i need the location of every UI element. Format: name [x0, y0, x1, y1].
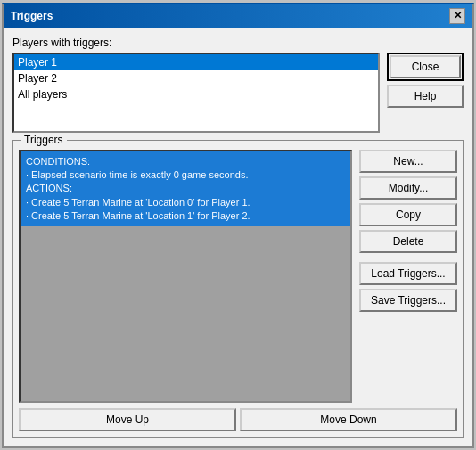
triggers-section: Triggers CONDITIONS: · Elapsed scenario … — [12, 140, 464, 438]
dialog-title: Triggers — [11, 10, 53, 22]
title-bar: Triggers ✕ — [4, 4, 472, 28]
triggers-buttons: New... Modify... Copy Delete Load Trigge… — [359, 150, 457, 403]
action-line-1: · Create 5 Terran Marine at 'Location 0'… — [26, 196, 345, 209]
close-button-outer: Close — [387, 53, 464, 81]
help-button[interactable]: Help — [387, 85, 464, 108]
players-list[interactable]: Player 1 Player 2 All players — [12, 53, 380, 133]
action-line-2: · Create 5 Terran Marine at 'Location 1'… — [26, 209, 345, 223]
list-item[interactable]: Player 2 — [14, 70, 378, 86]
move-buttons-row: Move Up Move Down — [19, 408, 457, 431]
conditions-label: CONDITIONS: — [26, 155, 345, 168]
players-row: Player 1 Player 2 All players Close Help — [12, 53, 464, 133]
condition-line: · Elapsed scenario time is exactly 0 gam… — [26, 168, 345, 182]
triggers-legend: Triggers — [21, 134, 67, 146]
dialog-content: Players with triggers: Player 1 Player 2… — [4, 28, 472, 446]
move-up-button[interactable]: Move Up — [19, 408, 236, 431]
trigger-item[interactable]: CONDITIONS: · Elapsed scenario time is e… — [21, 151, 350, 227]
copy-button[interactable]: Copy — [359, 203, 457, 226]
triggers-inner: CONDITIONS: · Elapsed scenario time is e… — [19, 150, 457, 403]
players-buttons: Close Help — [387, 53, 464, 108]
new-button[interactable]: New... — [359, 150, 457, 173]
save-triggers-button[interactable]: Save Triggers... — [359, 289, 457, 312]
move-down-button[interactable]: Move Down — [240, 408, 457, 431]
triggers-list[interactable]: CONDITIONS: · Elapsed scenario time is e… — [19, 150, 352, 403]
delete-button[interactable]: Delete — [359, 230, 457, 253]
actions-label: ACTIONS: — [26, 182, 345, 195]
load-triggers-button[interactable]: Load Triggers... — [359, 262, 457, 285]
close-button[interactable]: Close — [390, 55, 461, 78]
list-item[interactable]: All players — [14, 86, 378, 102]
players-label: Players with triggers: — [12, 37, 464, 49]
players-section: Players with triggers: Player 1 Player 2… — [12, 37, 464, 133]
triggers-dialog: Triggers ✕ Players with triggers: Player… — [2, 3, 474, 448]
modify-button[interactable]: Modify... — [359, 176, 457, 200]
list-item[interactable]: Player 1 — [14, 54, 378, 70]
title-close-button[interactable]: ✕ — [449, 8, 465, 24]
